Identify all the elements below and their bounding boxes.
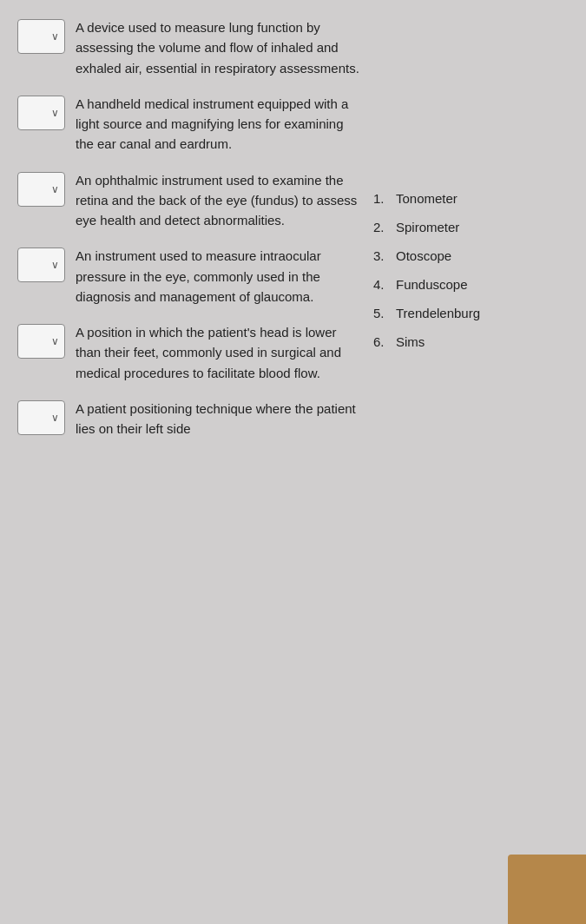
dropdown-5[interactable]: ∨ [17,324,65,359]
chevron-down-icon: ∨ [51,259,59,271]
chevron-down-icon: ∨ [51,30,59,43]
left-column: ∨ A device used to measure lung function… [17,17,365,907]
dropdown-4[interactable]: ∨ [17,248,65,282]
answer-label-4: Funduscope [396,277,468,292]
answer-number-4: 4. [373,277,391,292]
answer-label-6: Sims [396,334,425,349]
answer-label-5: Trendelenburg [396,306,480,320]
list-item: ∨ A device used to measure lung function… [17,17,365,78]
list-item: ∨ A handheld medical instrument equipped… [17,94,365,155]
chevron-down-icon: ∨ [51,107,59,119]
answer-number-3: 3. [373,248,391,263]
answer-label-3: Otoscope [396,248,451,263]
item-text-4: An instrument used to measure intraocula… [76,246,365,307]
item-text-2: A handheld medical instrument equipped w… [76,94,365,155]
list-item: ∨ An instrument used to measure intraocu… [17,246,365,307]
item-text-3: An ophthalmic instrument used to examine… [76,170,365,231]
item-text-6: A patient positioning technique where th… [76,399,365,439]
answer-number-2: 2. [373,220,391,234]
answer-item-2: 2. Spirometer [373,220,521,234]
list-item: ∨ A patient positioning technique where … [17,399,365,439]
decorative-brown-box [508,855,586,924]
answer-item-5: 5. Trendelenburg [373,306,521,320]
answer-item-3: 3. Otoscope [373,248,521,263]
dropdown-2[interactable]: ∨ [17,96,65,130]
item-text-5: A position in which the patient's head i… [76,322,365,383]
answer-item-1: 1. Tonometer [373,191,521,206]
right-column: 1. Tonometer 2. Spirometer 3. Otoscope 4… [373,17,521,907]
answer-label-2: Spirometer [396,220,459,234]
answer-item-6: 6. Sims [373,334,521,349]
dropdown-1[interactable]: ∨ [17,19,65,54]
chevron-down-icon: ∨ [51,183,59,195]
main-container: ∨ A device used to measure lung function… [0,0,586,924]
chevron-down-icon: ∨ [51,335,59,347]
list-item: ∨ An ophthalmic instrument used to exami… [17,170,365,231]
answer-number-5: 5. [373,306,391,320]
dropdown-6[interactable]: ∨ [17,400,65,435]
answer-number-1: 1. [373,191,391,206]
item-text-1: A device used to measure lung function b… [76,17,365,78]
chevron-down-icon: ∨ [51,412,59,424]
answer-item-4: 4. Funduscope [373,277,521,292]
answer-label-1: Tonometer [396,191,458,206]
list-item: ∨ A position in which the patient's head… [17,322,365,383]
answer-number-6: 6. [373,334,391,349]
dropdown-3[interactable]: ∨ [17,172,65,207]
